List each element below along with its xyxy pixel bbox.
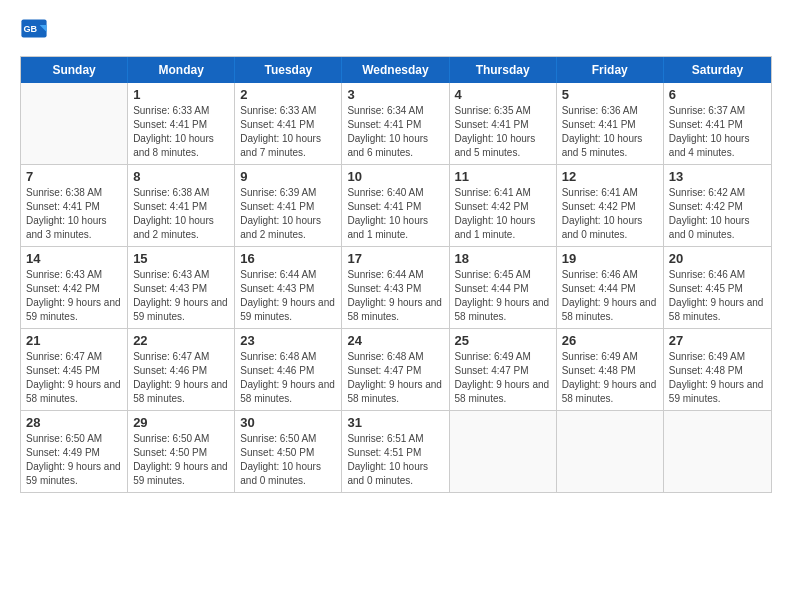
day-number: 17	[347, 251, 443, 266]
calendar-cell: 25Sunrise: 6:49 AM Sunset: 4:47 PM Dayli…	[450, 329, 557, 410]
day-number: 7	[26, 169, 122, 184]
cell-sun-info: Sunrise: 6:43 AM Sunset: 4:42 PM Dayligh…	[26, 268, 122, 324]
day-number: 13	[669, 169, 766, 184]
weekday-header: Monday	[128, 57, 235, 83]
day-number: 6	[669, 87, 766, 102]
day-number: 22	[133, 333, 229, 348]
calendar-cell: 26Sunrise: 6:49 AM Sunset: 4:48 PM Dayli…	[557, 329, 664, 410]
cell-sun-info: Sunrise: 6:40 AM Sunset: 4:41 PM Dayligh…	[347, 186, 443, 242]
calendar-cell: 22Sunrise: 6:47 AM Sunset: 4:46 PM Dayli…	[128, 329, 235, 410]
cell-sun-info: Sunrise: 6:38 AM Sunset: 4:41 PM Dayligh…	[133, 186, 229, 242]
calendar-cell: 10Sunrise: 6:40 AM Sunset: 4:41 PM Dayli…	[342, 165, 449, 246]
calendar-cell	[664, 411, 771, 492]
day-number: 18	[455, 251, 551, 266]
logo-icon: GB	[20, 18, 48, 46]
cell-sun-info: Sunrise: 6:47 AM Sunset: 4:45 PM Dayligh…	[26, 350, 122, 406]
day-number: 25	[455, 333, 551, 348]
day-number: 30	[240, 415, 336, 430]
day-number: 2	[240, 87, 336, 102]
calendar-cell: 17Sunrise: 6:44 AM Sunset: 4:43 PM Dayli…	[342, 247, 449, 328]
cell-sun-info: Sunrise: 6:48 AM Sunset: 4:46 PM Dayligh…	[240, 350, 336, 406]
weekday-header: Thursday	[450, 57, 557, 83]
calendar-header: SundayMondayTuesdayWednesdayThursdayFrid…	[21, 57, 771, 83]
cell-sun-info: Sunrise: 6:33 AM Sunset: 4:41 PM Dayligh…	[133, 104, 229, 160]
calendar-cell: 6Sunrise: 6:37 AM Sunset: 4:41 PM Daylig…	[664, 83, 771, 164]
cell-sun-info: Sunrise: 6:42 AM Sunset: 4:42 PM Dayligh…	[669, 186, 766, 242]
cell-sun-info: Sunrise: 6:50 AM Sunset: 4:49 PM Dayligh…	[26, 432, 122, 488]
calendar-week-row: 1Sunrise: 6:33 AM Sunset: 4:41 PM Daylig…	[21, 83, 771, 165]
calendar-cell: 5Sunrise: 6:36 AM Sunset: 4:41 PM Daylig…	[557, 83, 664, 164]
cell-sun-info: Sunrise: 6:33 AM Sunset: 4:41 PM Dayligh…	[240, 104, 336, 160]
cell-sun-info: Sunrise: 6:41 AM Sunset: 4:42 PM Dayligh…	[455, 186, 551, 242]
calendar-cell: 21Sunrise: 6:47 AM Sunset: 4:45 PM Dayli…	[21, 329, 128, 410]
day-number: 24	[347, 333, 443, 348]
day-number: 3	[347, 87, 443, 102]
cell-sun-info: Sunrise: 6:49 AM Sunset: 4:48 PM Dayligh…	[562, 350, 658, 406]
calendar-cell: 24Sunrise: 6:48 AM Sunset: 4:47 PM Dayli…	[342, 329, 449, 410]
day-number: 12	[562, 169, 658, 184]
day-number: 20	[669, 251, 766, 266]
cell-sun-info: Sunrise: 6:47 AM Sunset: 4:46 PM Dayligh…	[133, 350, 229, 406]
page-header: GB	[10, 10, 782, 50]
day-number: 28	[26, 415, 122, 430]
day-number: 9	[240, 169, 336, 184]
calendar-week-row: 14Sunrise: 6:43 AM Sunset: 4:42 PM Dayli…	[21, 247, 771, 329]
calendar-cell: 29Sunrise: 6:50 AM Sunset: 4:50 PM Dayli…	[128, 411, 235, 492]
calendar-cell: 31Sunrise: 6:51 AM Sunset: 4:51 PM Dayli…	[342, 411, 449, 492]
calendar-cell: 8Sunrise: 6:38 AM Sunset: 4:41 PM Daylig…	[128, 165, 235, 246]
cell-sun-info: Sunrise: 6:50 AM Sunset: 4:50 PM Dayligh…	[240, 432, 336, 488]
weekday-header: Tuesday	[235, 57, 342, 83]
day-number: 14	[26, 251, 122, 266]
day-number: 31	[347, 415, 443, 430]
cell-sun-info: Sunrise: 6:39 AM Sunset: 4:41 PM Dayligh…	[240, 186, 336, 242]
svg-text:GB: GB	[24, 24, 38, 34]
logo: GB	[20, 18, 50, 46]
calendar-cell: 12Sunrise: 6:41 AM Sunset: 4:42 PM Dayli…	[557, 165, 664, 246]
cell-sun-info: Sunrise: 6:34 AM Sunset: 4:41 PM Dayligh…	[347, 104, 443, 160]
day-number: 27	[669, 333, 766, 348]
calendar-cell: 11Sunrise: 6:41 AM Sunset: 4:42 PM Dayli…	[450, 165, 557, 246]
calendar-cell: 27Sunrise: 6:49 AM Sunset: 4:48 PM Dayli…	[664, 329, 771, 410]
day-number: 23	[240, 333, 336, 348]
calendar-cell: 19Sunrise: 6:46 AM Sunset: 4:44 PM Dayli…	[557, 247, 664, 328]
weekday-header: Sunday	[21, 57, 128, 83]
cell-sun-info: Sunrise: 6:45 AM Sunset: 4:44 PM Dayligh…	[455, 268, 551, 324]
calendar-cell: 2Sunrise: 6:33 AM Sunset: 4:41 PM Daylig…	[235, 83, 342, 164]
calendar-cell: 23Sunrise: 6:48 AM Sunset: 4:46 PM Dayli…	[235, 329, 342, 410]
calendar-cell: 1Sunrise: 6:33 AM Sunset: 4:41 PM Daylig…	[128, 83, 235, 164]
cell-sun-info: Sunrise: 6:48 AM Sunset: 4:47 PM Dayligh…	[347, 350, 443, 406]
calendar-cell: 18Sunrise: 6:45 AM Sunset: 4:44 PM Dayli…	[450, 247, 557, 328]
calendar: SundayMondayTuesdayWednesdayThursdayFrid…	[20, 56, 772, 493]
cell-sun-info: Sunrise: 6:50 AM Sunset: 4:50 PM Dayligh…	[133, 432, 229, 488]
day-number: 26	[562, 333, 658, 348]
calendar-cell: 4Sunrise: 6:35 AM Sunset: 4:41 PM Daylig…	[450, 83, 557, 164]
day-number: 29	[133, 415, 229, 430]
calendar-body: 1Sunrise: 6:33 AM Sunset: 4:41 PM Daylig…	[21, 83, 771, 492]
calendar-cell: 7Sunrise: 6:38 AM Sunset: 4:41 PM Daylig…	[21, 165, 128, 246]
day-number: 21	[26, 333, 122, 348]
cell-sun-info: Sunrise: 6:36 AM Sunset: 4:41 PM Dayligh…	[562, 104, 658, 160]
calendar-cell	[21, 83, 128, 164]
calendar-cell: 30Sunrise: 6:50 AM Sunset: 4:50 PM Dayli…	[235, 411, 342, 492]
calendar-week-row: 7Sunrise: 6:38 AM Sunset: 4:41 PM Daylig…	[21, 165, 771, 247]
page-container: GB SundayMondayTuesdayWednesdayThursdayF…	[10, 10, 782, 493]
weekday-header: Friday	[557, 57, 664, 83]
cell-sun-info: Sunrise: 6:43 AM Sunset: 4:43 PM Dayligh…	[133, 268, 229, 324]
calendar-cell: 15Sunrise: 6:43 AM Sunset: 4:43 PM Dayli…	[128, 247, 235, 328]
day-number: 1	[133, 87, 229, 102]
calendar-cell: 20Sunrise: 6:46 AM Sunset: 4:45 PM Dayli…	[664, 247, 771, 328]
cell-sun-info: Sunrise: 6:46 AM Sunset: 4:44 PM Dayligh…	[562, 268, 658, 324]
day-number: 5	[562, 87, 658, 102]
cell-sun-info: Sunrise: 6:41 AM Sunset: 4:42 PM Dayligh…	[562, 186, 658, 242]
calendar-cell: 28Sunrise: 6:50 AM Sunset: 4:49 PM Dayli…	[21, 411, 128, 492]
calendar-week-row: 28Sunrise: 6:50 AM Sunset: 4:49 PM Dayli…	[21, 411, 771, 492]
day-number: 15	[133, 251, 229, 266]
cell-sun-info: Sunrise: 6:37 AM Sunset: 4:41 PM Dayligh…	[669, 104, 766, 160]
cell-sun-info: Sunrise: 6:49 AM Sunset: 4:47 PM Dayligh…	[455, 350, 551, 406]
calendar-week-row: 21Sunrise: 6:47 AM Sunset: 4:45 PM Dayli…	[21, 329, 771, 411]
cell-sun-info: Sunrise: 6:44 AM Sunset: 4:43 PM Dayligh…	[240, 268, 336, 324]
calendar-cell	[557, 411, 664, 492]
day-number: 10	[347, 169, 443, 184]
cell-sun-info: Sunrise: 6:49 AM Sunset: 4:48 PM Dayligh…	[669, 350, 766, 406]
day-number: 4	[455, 87, 551, 102]
